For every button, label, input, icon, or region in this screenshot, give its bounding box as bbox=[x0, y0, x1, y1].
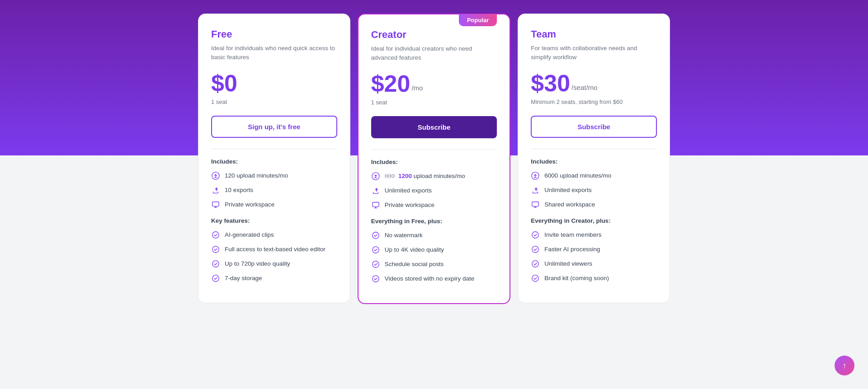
key-feature-free-0: AI-generated clips bbox=[211, 230, 337, 239]
key-feature-text-team-2: Unlimited viewers bbox=[544, 260, 592, 267]
key-feature-free-3: 7-day storage bbox=[211, 274, 337, 283]
normal-text: upload minutes/mo bbox=[412, 173, 465, 179]
key-feature-text-free-3: 7-day storage bbox=[225, 275, 262, 281]
plan-description-free: Ideal for individuals who need quick acc… bbox=[211, 44, 337, 62]
key-feature-team-1: Faster AI processing bbox=[531, 245, 657, 254]
workspace-icon bbox=[531, 200, 540, 209]
check-icon-team-3 bbox=[531, 274, 540, 283]
key-feature-team-2: Unlimited viewers bbox=[531, 259, 657, 268]
plan-card-creator: PopularCreatorIdeal for individual creat… bbox=[358, 14, 511, 304]
divider-team bbox=[531, 149, 657, 149]
pricing-container: FreeIdeal for individuals who need quick… bbox=[194, 14, 674, 304]
include-item-team-2: Shared workspace bbox=[531, 200, 657, 209]
include-text-team-2: Shared workspace bbox=[544, 201, 595, 208]
upload-icon bbox=[531, 171, 540, 180]
key-feature-text-creator-1: Up to 4K video quality bbox=[385, 246, 444, 253]
price-amount-team: $30 bbox=[531, 71, 570, 95]
includes-label-creator: Includes: bbox=[371, 159, 497, 165]
include-item-creator-0: 800 1200 upload minutes/mo bbox=[371, 172, 497, 181]
highlight-text: 1200 bbox=[398, 173, 412, 179]
check-icon-team-2 bbox=[531, 259, 540, 268]
include-text-team-0: 6000 upload minutes/mo bbox=[544, 172, 611, 179]
key-feature-text-creator-2: Schedule social posts bbox=[385, 261, 444, 267]
workspace-icon bbox=[211, 200, 220, 209]
include-item-free-2: Private workspace bbox=[211, 200, 337, 209]
svg-point-3 bbox=[212, 246, 219, 252]
strikethrough-text: 800 bbox=[385, 173, 395, 179]
price-suffix-creator: /mo bbox=[411, 84, 423, 92]
check-icon-free-2 bbox=[211, 259, 220, 268]
include-item-creator-2: Private workspace bbox=[371, 201, 497, 210]
svg-point-2 bbox=[212, 231, 219, 238]
key-feature-free-1: Full access to text-based video editor bbox=[211, 245, 337, 254]
svg-rect-7 bbox=[372, 202, 378, 206]
check-icon-creator-0 bbox=[371, 231, 380, 240]
plan-name-free: Free bbox=[211, 28, 337, 40]
svg-rect-13 bbox=[532, 202, 538, 206]
include-text-free-0: 120 upload minutes/mo bbox=[225, 172, 288, 179]
key-feature-text-free-2: Up to 720p video quality bbox=[225, 260, 290, 267]
key-feature-team-3: Brand kit (coming soon) bbox=[531, 274, 657, 283]
key-feature-text-creator-3: Videos stored with no expiry date bbox=[385, 275, 475, 282]
include-item-team-0: 6000 upload minutes/mo bbox=[531, 171, 657, 180]
key-feature-text-free-0: AI-generated clips bbox=[225, 231, 274, 238]
plan-name-team: Team bbox=[531, 28, 657, 40]
check-icon-creator-1 bbox=[371, 245, 380, 254]
svg-rect-1 bbox=[212, 202, 219, 206]
key-features-label-creator: Everything in Free, plus: bbox=[371, 218, 497, 225]
cta-button-free[interactable]: Sign up, it's free bbox=[211, 116, 337, 138]
include-text-creator-1: Unlimited exports bbox=[385, 187, 432, 194]
export-icon bbox=[371, 186, 380, 195]
export-icon bbox=[211, 186, 220, 195]
seat-info-creator: 1 seat bbox=[371, 99, 497, 107]
svg-point-5 bbox=[212, 275, 219, 281]
price-row-team: $30 /seat/mo bbox=[531, 71, 657, 95]
svg-point-14 bbox=[532, 231, 538, 238]
scroll-top-button[interactable]: ↑ bbox=[835, 356, 854, 375]
check-icon-team-1 bbox=[531, 245, 540, 254]
check-icon-creator-3 bbox=[371, 274, 380, 283]
check-icon-free-3 bbox=[211, 274, 220, 283]
seat-info-free: 1 seat bbox=[211, 98, 337, 107]
plan-card-free: FreeIdeal for individuals who need quick… bbox=[198, 14, 350, 303]
key-feature-text-creator-0: No watermark bbox=[385, 232, 423, 239]
svg-point-9 bbox=[372, 246, 378, 253]
key-feature-text-team-3: Brand kit (coming soon) bbox=[544, 275, 609, 281]
workspace-icon bbox=[371, 201, 380, 210]
svg-point-10 bbox=[372, 261, 378, 267]
upload-icon bbox=[211, 171, 220, 180]
includes-label-free: Includes: bbox=[211, 158, 337, 165]
upload-icon bbox=[371, 172, 380, 181]
key-feature-free-2: Up to 720p video quality bbox=[211, 259, 337, 268]
include-item-creator-1: Unlimited exports bbox=[371, 186, 497, 195]
key-features-label-free: Key features: bbox=[211, 217, 337, 224]
divider-creator bbox=[371, 149, 497, 150]
include-item-free-0: 120 upload minutes/mo bbox=[211, 171, 337, 180]
plan-description-team: For teams with collaborative needs and s… bbox=[531, 44, 657, 62]
check-icon-creator-2 bbox=[371, 260, 380, 269]
key-feature-text-free-1: Full access to text-based video editor bbox=[225, 246, 326, 253]
svg-point-17 bbox=[532, 275, 538, 281]
svg-point-8 bbox=[372, 232, 378, 238]
plan-name-creator: Creator bbox=[371, 29, 497, 41]
check-icon-team-0 bbox=[531, 230, 540, 239]
price-row-creator: $20 /mo bbox=[371, 72, 497, 95]
price-suffix-team: /seat/mo bbox=[571, 84, 598, 91]
key-feature-text-team-0: Invite team members bbox=[544, 231, 601, 238]
key-feature-creator-0: No watermark bbox=[371, 231, 497, 240]
plan-card-team: TeamFor teams with collaborative needs a… bbox=[518, 14, 670, 303]
cta-button-team[interactable]: Subscribe bbox=[531, 116, 657, 138]
cta-button-creator[interactable]: Subscribe bbox=[371, 116, 497, 138]
price-amount-creator: $20 bbox=[371, 72, 410, 95]
check-icon-free-0 bbox=[211, 230, 220, 239]
divider-free bbox=[211, 149, 337, 149]
include-text-free-1: 10 exports bbox=[225, 187, 253, 193]
price-row-free: $0 bbox=[211, 71, 337, 95]
include-item-free-1: 10 exports bbox=[211, 186, 337, 195]
seat-info-team: Minimum 2 seats, starting from $60 bbox=[531, 98, 657, 107]
key-feature-creator-1: Up to 4K video quality bbox=[371, 245, 497, 254]
key-feature-creator-3: Videos stored with no expiry date bbox=[371, 274, 497, 283]
key-feature-text-team-1: Faster AI processing bbox=[544, 246, 600, 253]
key-features-label-team: Everything in Creator, plus: bbox=[531, 217, 657, 224]
svg-point-15 bbox=[532, 246, 538, 252]
